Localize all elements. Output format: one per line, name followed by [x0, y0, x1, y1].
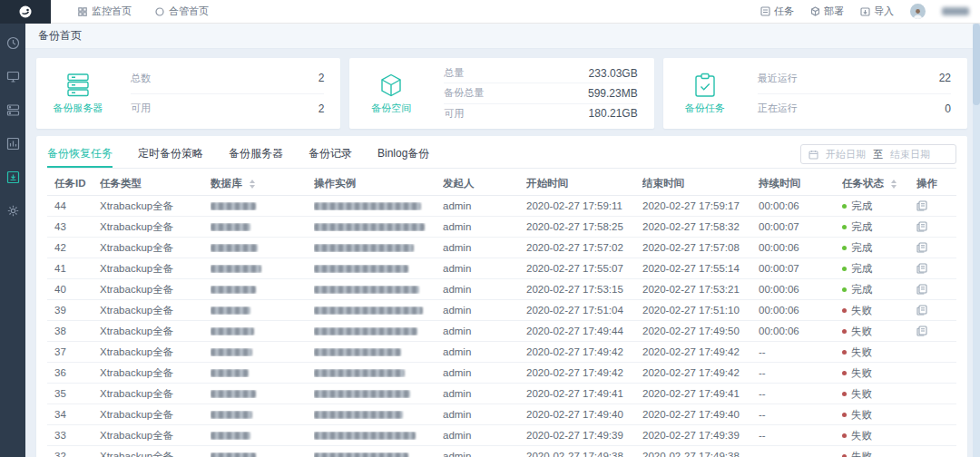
app-logo[interactable] — [0, 0, 51, 24]
col-database[interactable]: 数据库 — [211, 177, 314, 190]
table-row: 40 Xtrabackup全备 admin 2020-02-27 17:53:1… — [47, 279, 956, 300]
duration: -- — [759, 346, 842, 357]
clipboard-check-icon — [693, 73, 717, 98]
database-redacted — [211, 411, 314, 419]
stat-value: 599.23MB — [588, 87, 638, 100]
menu-label: 监控首页 — [92, 5, 132, 18]
tab-backup-restore-tasks[interactable]: 备份恢复任务 — [47, 141, 113, 168]
action-label: 导入 — [874, 5, 894, 18]
duration: 00:00:06 — [759, 200, 842, 211]
stat-row: 备份总量 599.23MB — [444, 83, 637, 102]
import-button[interactable]: 导入 — [860, 5, 894, 18]
dashboard-icon[interactable] — [6, 36, 20, 50]
page-title: 备份首页 — [38, 28, 82, 44]
start-time: 2020-02-27 17:58:25 — [526, 221, 642, 232]
status-text: 失败 — [851, 366, 872, 380]
status-text: 失败 — [851, 345, 872, 359]
database-redacted — [211, 432, 314, 440]
status-text: 失败 — [851, 429, 872, 442]
stat-value: 0 — [945, 102, 951, 115]
database-redacted — [211, 244, 314, 252]
scrollbar[interactable] — [973, 24, 980, 457]
tab-backup-records[interactable]: 备份记录 — [309, 141, 352, 168]
scrollbar-thumb[interactable] — [973, 24, 980, 105]
tab-scheduled-backup-policy[interactable]: 定时备份策略 — [138, 141, 203, 168]
table-row: 41 Xtrabackup全备 admin 2020-02-27 17:55:0… — [47, 258, 956, 279]
log-document-icon[interactable] — [916, 200, 927, 211]
card-label: 备份任务 — [685, 102, 725, 115]
status-dot-icon — [842, 413, 847, 417]
tasks-button[interactable]: 任务 — [760, 5, 794, 18]
log-document-icon[interactable] — [916, 326, 927, 336]
cluster-icon[interactable] — [6, 103, 20, 117]
cube-icon — [378, 73, 404, 98]
date-range-picker[interactable]: 开始日期 至 结束日期 — [800, 144, 956, 164]
action-label: 部署 — [824, 5, 844, 18]
settings-icon[interactable] — [6, 204, 20, 218]
task-id: 44 — [54, 200, 100, 211]
task-type: Xtrabackup全备 — [100, 408, 211, 422]
col-initiator: 发起人 — [443, 177, 526, 190]
user-name-redacted[interactable] — [942, 7, 969, 15]
status-badge: 失败 — [842, 429, 916, 442]
status-text: 失败 — [851, 408, 872, 422]
sort-caret-icon[interactable] — [891, 180, 897, 189]
log-document-icon[interactable] — [916, 242, 927, 253]
database-redacted — [211, 348, 314, 356]
duration: -- — [759, 451, 842, 457]
stat-value: 233.03GB — [589, 67, 638, 80]
start-time: 2020-02-27 17:49:40 — [526, 409, 642, 420]
monitor-icon[interactable] — [6, 70, 20, 83]
col-status[interactable]: 任务状态 — [842, 177, 916, 190]
task-type: Xtrabackup全备 — [100, 199, 211, 213]
start-time: 2020-02-27 17:49:39 — [526, 430, 642, 441]
task-id: 40 — [54, 284, 100, 295]
stat-value: 2 — [318, 102, 325, 115]
instance-redacted — [314, 390, 443, 398]
duration: -- — [759, 367, 842, 378]
initiator: admin — [443, 388, 526, 399]
status-text: 失败 — [851, 450, 872, 457]
task-id: 34 — [54, 409, 100, 420]
database-redacted — [211, 202, 314, 210]
status-dot-icon — [842, 267, 847, 271]
end-time: 2020-02-27 17:49:40 — [642, 409, 759, 420]
date-separator: 至 — [873, 148, 883, 161]
start-time: 2020-02-27 17:55:07 — [526, 263, 642, 274]
stat-value: 2 — [318, 72, 325, 84]
chart-icon[interactable] — [6, 137, 20, 151]
instance-redacted — [314, 411, 443, 419]
task-type: Xtrabackup全备 — [100, 262, 211, 276]
tab-backup-servers[interactable]: 备份服务器 — [229, 141, 283, 168]
status-dot-icon — [842, 350, 847, 355]
start-date-input[interactable]: 开始日期 — [826, 148, 866, 161]
start-time: 2020-02-27 17:57:02 — [526, 242, 642, 253]
card-label: 备份空间 — [371, 102, 411, 115]
duration: 00:00:07 — [759, 221, 842, 232]
log-document-icon[interactable] — [916, 284, 927, 295]
backup-icon[interactable] — [6, 170, 20, 184]
status-badge: 完成 — [842, 199, 916, 213]
stat-row: 可用 180.21GB — [444, 103, 637, 123]
menu-mgmt-home[interactable]: 合管首页 — [155, 5, 209, 18]
status-dot-icon — [842, 371, 847, 375]
log-document-icon[interactable] — [916, 305, 927, 316]
sort-caret-icon[interactable] — [250, 180, 255, 189]
task-type: Xtrabackup全备 — [100, 366, 211, 380]
log-document-icon[interactable] — [916, 263, 927, 274]
end-time: 2020-02-27 17:49:42 — [642, 346, 759, 357]
task-id: 39 — [54, 305, 100, 316]
log-document-icon[interactable] — [916, 221, 927, 232]
table-row: 39 Xtrabackup全备 admin 2020-02-27 17:51:0… — [47, 300, 956, 321]
deploy-button[interactable]: 部署 — [810, 5, 844, 18]
col-instance: 操作实例 — [314, 177, 443, 190]
table-row: 35 Xtrabackup全备 admin 2020-02-27 17:49:4… — [47, 384, 956, 404]
tab-binlog-backup[interactable]: Binlog备份 — [377, 141, 429, 168]
task-type: Xtrabackup全备 — [100, 304, 211, 317]
col-operation: 操作 — [916, 177, 956, 190]
instance-redacted — [314, 223, 443, 231]
menu-monitor-home[interactable]: 监控首页 — [78, 5, 132, 18]
duration: -- — [759, 409, 842, 420]
end-date-input[interactable]: 结束日期 — [890, 148, 930, 161]
user-avatar[interactable] — [910, 4, 926, 19]
